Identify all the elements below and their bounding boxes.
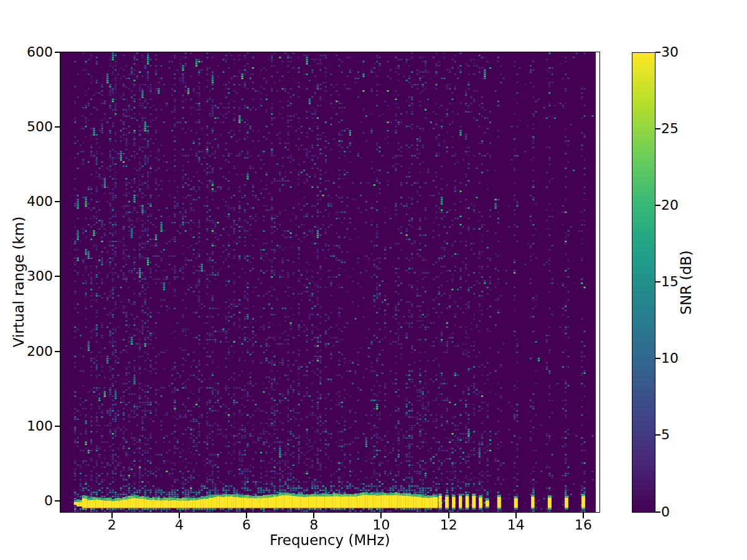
colorbar-tick-label: 20 bbox=[661, 197, 679, 213]
y-tick-label: 100 bbox=[0, 418, 53, 434]
colorbar-tick-label: 25 bbox=[661, 121, 679, 137]
colorbar-label: SNR (dB) bbox=[678, 250, 694, 314]
y-tick-mark bbox=[55, 126, 60, 128]
colorbar-tick-label: 10 bbox=[661, 350, 679, 366]
colorbar-tick-mark bbox=[655, 281, 660, 282]
colorbar-tick-mark bbox=[655, 52, 660, 53]
y-tick-label: 600 bbox=[0, 44, 53, 60]
x-tick-label: 4 bbox=[175, 517, 184, 533]
y-tick-mark bbox=[55, 201, 60, 202]
colorbar-tick-label: 0 bbox=[661, 504, 670, 520]
x-tick-label: 8 bbox=[309, 517, 318, 533]
colorbar-tick-mark bbox=[655, 205, 660, 206]
x-tick-label: 16 bbox=[575, 517, 592, 533]
y-axis-label: Virtual range (km) bbox=[11, 217, 27, 347]
y-tick-label: 0 bbox=[0, 493, 53, 509]
x-axis-label: Frequency (MHz) bbox=[60, 532, 599, 549]
y-tick-mark bbox=[55, 426, 60, 427]
y-tick-mark bbox=[55, 351, 60, 352]
x-tick-label: 14 bbox=[507, 517, 525, 533]
y-tick-mark bbox=[55, 52, 60, 53]
heatmap-canvas bbox=[60, 52, 599, 512]
x-tick-label: 2 bbox=[108, 517, 116, 533]
colorbar-tick-label: 30 bbox=[661, 44, 679, 60]
colorbar-tick-mark bbox=[655, 358, 660, 359]
colorbar-tick-label: 15 bbox=[661, 274, 679, 290]
y-tick-mark bbox=[55, 500, 60, 502]
colorbar-tick-label: 5 bbox=[661, 427, 670, 443]
colorbar-tick-mark bbox=[655, 511, 660, 513]
y-tick-mark bbox=[55, 276, 60, 277]
x-tick-label: 10 bbox=[372, 517, 390, 533]
colorbar bbox=[632, 52, 655, 513]
y-tick-label: 400 bbox=[0, 194, 53, 210]
colorbar-tick-mark bbox=[655, 434, 660, 436]
ionogram-figure: IRF Uppsala SDR Ionosonde UP158 2025-12-… bbox=[0, 0, 747, 560]
x-tick-label: 12 bbox=[440, 517, 458, 533]
y-tick-label: 500 bbox=[0, 119, 53, 135]
x-tick-label: 6 bbox=[242, 517, 251, 533]
colorbar-tick-mark bbox=[655, 128, 660, 129]
